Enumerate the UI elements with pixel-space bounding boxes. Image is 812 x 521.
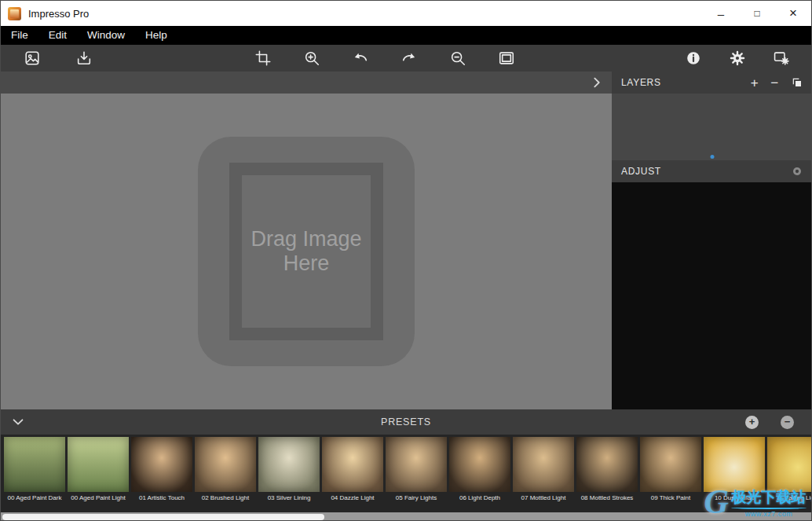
preset-item[interactable]: 08 Mottled Strokes (576, 437, 638, 512)
presets-scrollbar[interactable] (1, 512, 811, 521)
layers-scroll-indicator (711, 155, 715, 159)
remove-layer-button[interactable]: − (770, 76, 779, 90)
preset-item[interactable]: 03 Silver Lining (258, 437, 320, 512)
layers-actions: + − (751, 76, 803, 90)
preset-item[interactable]: 00 Aged Paint Dark (4, 437, 65, 512)
image-frame-icon[interactable] (497, 49, 516, 68)
menu-file[interactable]: File (1, 26, 38, 45)
preset-thumbnail[interactable] (576, 437, 638, 492)
preset-label: 11 Fading Light (777, 494, 811, 502)
toolbar-left-group (23, 45, 93, 72)
crop-icon[interactable] (254, 49, 272, 68)
preset-label: 05 Fairy Lights (396, 494, 437, 502)
preset-label: 10 Dusty Lilac (715, 494, 754, 502)
maximize-button[interactable]: □ (739, 1, 775, 26)
preset-item[interactable]: 07 Mottled Light (513, 437, 574, 512)
info-icon[interactable] (684, 49, 703, 68)
app-logo-icon (8, 7, 21, 20)
preset-item[interactable]: 06 Light Depth (449, 437, 510, 512)
duplicate-layer-icon[interactable] (791, 76, 803, 89)
presets-bar: PRESETS + − (1, 409, 811, 435)
dropzone-text: Drag Image Here (240, 227, 373, 276)
preset-label: 02 Brushed Light (202, 494, 250, 502)
undo-icon[interactable] (351, 49, 370, 68)
preset-thumbnail[interactable] (449, 437, 510, 492)
menu-bar: File Edit Window Help (1, 26, 811, 45)
redo-icon[interactable] (400, 49, 419, 68)
canvas[interactable]: Drag Image Here (1, 94, 612, 409)
preset-label: 00 Aged Paint Light (71, 494, 125, 502)
preset-thumbnail[interactable] (513, 437, 574, 492)
preset-thumbnail[interactable] (131, 437, 192, 492)
menu-window[interactable]: Window (77, 26, 135, 45)
preset-label: 07 Mottled Light (521, 494, 566, 502)
preset-thumbnail[interactable] (195, 437, 256, 492)
adjust-actions (791, 165, 803, 178)
toolbar (1, 45, 811, 72)
window-title: Impresso Pro (28, 8, 89, 20)
preset-thumbnail[interactable] (767, 437, 811, 492)
new-image-icon[interactable] (23, 49, 42, 68)
preset-item[interactable]: 11 Fading Light (767, 437, 811, 512)
chevron-down-icon[interactable] (10, 414, 26, 430)
preset-item[interactable]: 00 Aged Paint Light (68, 437, 129, 512)
preset-item[interactable]: 01 Artistic Touch (131, 437, 192, 512)
canvas-area: Drag Image Here (1, 72, 612, 409)
adjust-panel-title: ADJUST (621, 166, 661, 177)
preset-thumbnail[interactable] (640, 437, 701, 492)
window-controls: – □ × (703, 1, 811, 26)
preset-zoom-in-button[interactable]: + (745, 416, 759, 429)
image-settings-icon[interactable] (772, 49, 791, 68)
layers-panel-title: LAYERS (621, 77, 661, 88)
preset-label: 08 Mottled Strokes (581, 494, 634, 502)
chevron-right-icon[interactable] (590, 75, 604, 90)
toolbar-right-group (684, 45, 791, 72)
menu-edit[interactable]: Edit (38, 26, 77, 45)
preset-thumbnail[interactable] (704, 437, 765, 492)
toolbar-center-group (254, 45, 516, 72)
preset-label: 03 Silver Lining (268, 494, 311, 502)
preset-label: 00 Aged Paint Dark (8, 494, 62, 502)
canvas-top-strip (1, 72, 612, 94)
adjust-settings-icon[interactable] (791, 165, 803, 178)
preset-thumbnail[interactable] (68, 437, 129, 492)
presets-title: PRESETS (1, 416, 811, 427)
preset-thumbnail[interactable] (322, 437, 383, 492)
preset-thumbnail[interactable] (258, 437, 320, 492)
preset-label: 01 Artistic Touch (139, 494, 185, 502)
scrollbar-thumb[interactable] (2, 514, 324, 520)
image-dropzone[interactable]: Drag Image Here (198, 137, 415, 366)
presets-strip: 00 Aged Paint Dark00 Aged Paint Light01 … (1, 435, 811, 512)
presets-actions: + − (745, 416, 794, 429)
preset-item[interactable]: 02 Brushed Light (195, 437, 256, 512)
preset-item[interactable]: 10 Dusty Lilac (704, 437, 765, 512)
preset-label: 06 Light Depth (459, 494, 500, 502)
preset-thumbnail[interactable] (386, 437, 447, 492)
preset-item[interactable]: 05 Fairy Lights (386, 437, 447, 512)
preset-item[interactable]: 04 Dazzle Light (322, 437, 383, 512)
right-panel: LAYERS + − ADJUST (612, 72, 812, 409)
preset-label: 04 Dazzle Light (331, 494, 374, 502)
preset-label: 09 Thick Paint (651, 494, 691, 502)
preset-item[interactable]: 09 Thick Paint (640, 437, 701, 512)
settings-gear-icon[interactable] (728, 49, 747, 68)
layers-panel-header: LAYERS + − (612, 72, 812, 94)
minimize-button[interactable]: – (703, 1, 739, 26)
preset-zoom-out-button[interactable]: − (781, 416, 794, 429)
preset-thumbnail[interactable] (4, 437, 65, 492)
title-bar: Impresso Pro – □ × (1, 1, 811, 26)
close-button[interactable]: × (775, 1, 811, 26)
adjust-panel-body (612, 182, 812, 409)
import-image-icon[interactable] (75, 49, 93, 68)
add-layer-button[interactable]: + (751, 76, 759, 90)
layers-list[interactable] (612, 94, 812, 160)
zoom-out-icon[interactable] (448, 49, 467, 68)
zoom-in-icon[interactable] (302, 49, 321, 68)
adjust-panel-header: ADJUST (612, 160, 812, 182)
menu-help[interactable]: Help (135, 26, 177, 45)
